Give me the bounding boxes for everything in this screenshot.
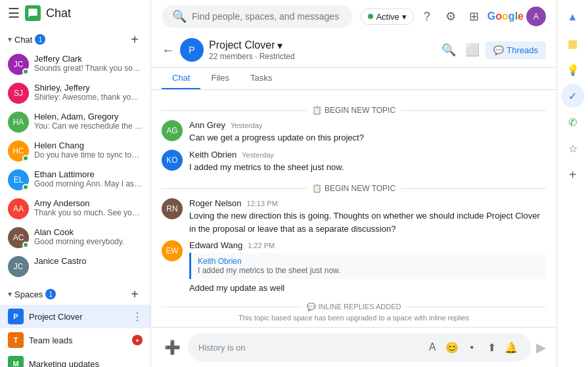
threads-button[interactable]: 💬 Threads — [486, 41, 546, 59]
attachment-icon[interactable]: ▪ — [463, 338, 481, 356]
menu-icon[interactable]: ☰ — [8, 5, 20, 21]
keep-icon[interactable]: 💡 — [561, 58, 585, 81]
chat-item-preview-6: Good morning everybody. — [34, 237, 143, 246]
chat-item-2[interactable]: HAHelen, Adam, GregoryYou: Can we resche… — [0, 108, 150, 137]
apps-icon[interactable]: ⊞ — [464, 6, 485, 27]
chat-item-name-4: Ethan Lattimore — [34, 169, 143, 179]
spaces-section-title: ▾ Spaces 1 — [8, 289, 56, 299]
top-right-actions: Active ▾ ? ⚙ ⊞ Google A — [361, 6, 546, 27]
add-attachment-button[interactable]: ➕ — [162, 337, 183, 358]
search-bar[interactable]: 🔍 — [162, 5, 353, 28]
message-1: AG Ann Grey Yesterday Can we get a progr… — [162, 120, 546, 144]
space-options-icon-0[interactable]: ⋮ — [132, 311, 143, 323]
sidebar: ☰ Chat ▾ Chat 1 + JCJeffery ClarkSounds … — [0, 0, 151, 367]
back-button[interactable]: ← — [162, 43, 175, 58]
space-icon-1: T — [8, 332, 24, 348]
message-sender-1: Ann Grey — [189, 120, 225, 130]
calendar-icon[interactable]: ▦ — [561, 32, 585, 55]
begin-topic-text-1: 📋 BEGIN NEW TOPIC — [312, 106, 396, 115]
video-icon[interactable]: ⬜ — [462, 39, 483, 60]
emoji-icon[interactable]: 😊 — [443, 338, 461, 356]
message-content-4: Edward Wang 1:22 PM Keith Obrien I added… — [189, 240, 546, 295]
upload-icon[interactable]: ⬆ — [482, 338, 501, 356]
main-content: 🔍 Active ▾ ? ⚙ ⊞ Google A ← P Project Cl… — [151, 0, 556, 367]
bottom-bar: ➕ History is on A 😊 ▪ ⬆ 🔔 ▶ — [151, 327, 556, 367]
message-sender-2: Keith Obrien — [189, 150, 237, 160]
spaces-item-team-leads[interactable]: TTeam leads● — [0, 328, 150, 352]
space-name-0: Project Clover — [29, 312, 127, 322]
message-header-3: Roger Nelson 12:13 PM — [189, 198, 546, 208]
chat-item-6[interactable]: ACAlan CookGood morning everybody. — [0, 223, 150, 252]
user-avatar[interactable]: A — [526, 7, 546, 26]
tab-files[interactable]: Files — [200, 68, 239, 89]
right-sidebar: ▲ ▦ 💡 ✓ ✆ ☆ + — [556, 0, 588, 367]
chat-item-name-3: Helen Chang — [34, 140, 143, 150]
chat-item-preview-2: You: Can we reschedule the meeting for..… — [34, 121, 143, 131]
reply-card-text-4: I added my metrics to the sheet just now… — [198, 266, 539, 275]
new-space-button[interactable]: + — [127, 286, 143, 302]
message-avatar-4: EW — [162, 240, 183, 261]
new-chat-button[interactable]: + — [127, 32, 143, 47]
drive-icon[interactable]: ▲ — [561, 5, 585, 29]
status-button[interactable]: Active ▾ — [361, 9, 413, 25]
chat-item-name-6: Alan Cook — [34, 227, 143, 237]
chat-avatar-3: HC — [8, 140, 29, 162]
spaces-list: PProject Clover⋮TTeam leads●MMarketing u… — [0, 305, 150, 367]
mention-icon[interactable]: 🔔 — [502, 338, 520, 356]
chat-tasks-icon[interactable]: ✓ — [561, 84, 585, 108]
spaces-collapse-icon[interactable]: ▾ — [8, 290, 12, 299]
phone-icon[interactable]: ✆ — [561, 110, 585, 134]
chat-item-preview-1: Shirley: Awesome, thank you for the... — [34, 93, 143, 102]
space-dropdown-icon[interactable]: ▾ — [277, 39, 283, 52]
space-name-1: Team leads — [29, 335, 127, 345]
chat-item-text-6: Alan CookGood morning everybody. — [34, 227, 143, 246]
begin-topic-text-2: 📋 BEGIN NEW TOPIC — [312, 184, 396, 193]
chat-item-name-7: Janice Castro — [34, 256, 143, 266]
space-header-info: Project Clover ▾ 22 members · Restricted — [209, 39, 433, 61]
settings-icon[interactable]: ⚙ — [440, 6, 461, 27]
message-time-2: Yesterday — [242, 151, 274, 159]
chat-badge: 1 — [35, 34, 45, 45]
chat-item-5[interactable]: AAAmy AndersonThank you so much. See you… — [0, 194, 150, 223]
chat-item-0[interactable]: JCJeffery ClarkSounds great! Thank you s… — [0, 50, 150, 79]
message-2: KO Keith Obrien Yesterday I added my met… — [162, 150, 546, 174]
chat-collapse-icon[interactable]: ▾ — [8, 35, 12, 44]
chat-item-7[interactable]: JCJanice Castro — [0, 252, 150, 281]
chat-section-header: ▾ Chat 1 + — [0, 26, 150, 50]
search-input[interactable] — [192, 11, 342, 22]
tab-chat[interactable]: Chat — [162, 68, 200, 89]
chat-item-text-3: Helen ChangDo you have time to sync tomo… — [34, 140, 143, 160]
add-app-icon[interactable]: + — [561, 163, 585, 186]
chat-item-preview-4: Good morning Ann. May I ask a question? — [34, 179, 143, 188]
search-icon: 🔍 — [172, 9, 187, 24]
space-icon-2: M — [8, 356, 24, 367]
status-dot — [368, 14, 373, 19]
chat-item-4[interactable]: ELEthan LattimoreGood morning Ann. May I… — [0, 165, 150, 194]
send-button[interactable]: ▶ — [536, 339, 546, 355]
spaces-section-header: ▾ Spaces 1 + — [0, 281, 150, 305]
spaces-item-marketing-updates[interactable]: MMarketing updates — [0, 352, 150, 367]
message-text-4: Added my update as well — [189, 282, 546, 295]
reply-card-4: Keith Obrien I added my metrics to the s… — [189, 253, 546, 279]
message-avatar-2: KO — [162, 150, 183, 171]
chat-item-name-1: Shirley, Jeffery — [34, 83, 143, 93]
chat-item-3[interactable]: HCHelen ChangDo you have time to sync to… — [0, 137, 150, 165]
input-actions: A 😊 ▪ ⬆ 🔔 — [423, 338, 520, 356]
message-input-area[interactable]: History is on A 😊 ▪ ⬆ 🔔 — [188, 333, 531, 362]
spaces-item-project-clover[interactable]: PProject Clover⋮ — [0, 305, 150, 328]
space-notification-badge-1: ● — [132, 335, 143, 345]
message-3: RN Roger Nelson 12:13 PM Loving the new … — [162, 198, 546, 235]
message-text-1: Can we get a progress update on this pro… — [189, 131, 546, 144]
spaces-badge: 1 — [45, 289, 56, 299]
chat-avatar-7: JC — [8, 256, 29, 277]
chat-item-1[interactable]: SJShirley, JefferyShirley: Awesome, than… — [0, 79, 150, 108]
star-icon[interactable]: ☆ — [561, 137, 585, 160]
search-chat-icon[interactable]: 🔍 — [438, 39, 459, 60]
chat-item-text-1: Shirley, JefferyShirley: Awesome, thank … — [34, 83, 143, 102]
tab-tasks[interactable]: Tasks — [240, 68, 283, 89]
top-bar: 🔍 Active ▾ ? ⚙ ⊞ Google A — [151, 0, 556, 33]
message-sender-3: Roger Nelson — [189, 198, 242, 208]
help-icon[interactable]: ? — [417, 6, 438, 27]
upgrade-note: This topic based space has been upgraded… — [162, 314, 546, 322]
format-text-icon[interactable]: A — [423, 338, 441, 356]
